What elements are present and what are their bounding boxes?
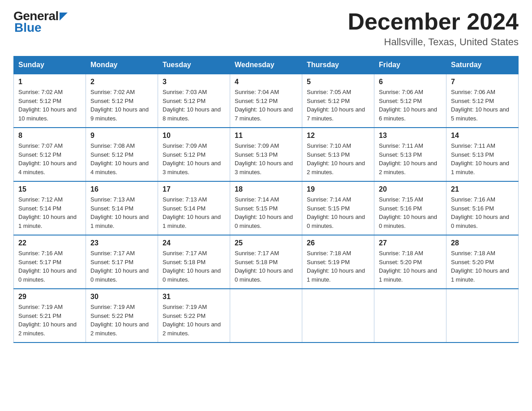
- day-info: Sunrise: 7:17 AMSunset: 5:17 PMDaylight:…: [90, 249, 153, 284]
- calendar-header-row: SundayMondayTuesdayWednesdayThursdayFrid…: [14, 56, 519, 74]
- day-info: Sunrise: 7:02 AMSunset: 5:12 PMDaylight:…: [18, 88, 81, 123]
- calendar-cell: [230, 289, 302, 342]
- calendar-header-tuesday: Tuesday: [158, 56, 230, 74]
- calendar-cell: 2 Sunrise: 7:02 AMSunset: 5:12 PMDayligh…: [86, 74, 158, 128]
- calendar-cell: 29 Sunrise: 7:19 AMSunset: 5:21 PMDaylig…: [14, 289, 86, 342]
- calendar-cell: 8 Sunrise: 7:07 AMSunset: 5:12 PMDayligh…: [14, 128, 86, 181]
- day-info: Sunrise: 7:19 AMSunset: 5:21 PMDaylight:…: [18, 303, 81, 338]
- day-number: 2: [90, 78, 153, 86]
- calendar-cell: 25 Sunrise: 7:17 AMSunset: 5:18 PMDaylig…: [230, 235, 302, 289]
- day-info: Sunrise: 7:07 AMSunset: 5:12 PMDaylight:…: [18, 141, 81, 176]
- day-info: Sunrise: 7:06 AMSunset: 5:12 PMDaylight:…: [379, 88, 442, 123]
- day-number: 14: [451, 132, 514, 140]
- calendar-cell: 13 Sunrise: 7:11 AMSunset: 5:13 PMDaylig…: [374, 128, 446, 181]
- day-number: 13: [379, 132, 442, 140]
- day-info: Sunrise: 7:18 AMSunset: 5:19 PMDaylight:…: [307, 249, 369, 284]
- calendar-cell: 21 Sunrise: 7:16 AMSunset: 5:16 PMDaylig…: [446, 181, 519, 235]
- calendar-week-row: 29 Sunrise: 7:19 AMSunset: 5:21 PMDaylig…: [14, 289, 519, 342]
- day-number: 30: [90, 293, 153, 301]
- calendar-cell: 6 Sunrise: 7:06 AMSunset: 5:12 PMDayligh…: [374, 74, 446, 128]
- calendar-cell: 26 Sunrise: 7:18 AMSunset: 5:19 PMDaylig…: [302, 235, 374, 289]
- day-info: Sunrise: 7:16 AMSunset: 5:17 PMDaylight:…: [18, 249, 81, 284]
- logo-blue-text: Blue: [13, 21, 42, 35]
- day-info: Sunrise: 7:16 AMSunset: 5:16 PMDaylight:…: [451, 195, 514, 230]
- calendar-cell: [446, 289, 519, 342]
- day-number: 26: [307, 239, 369, 247]
- day-info: Sunrise: 7:15 AMSunset: 5:16 PMDaylight:…: [379, 195, 442, 230]
- calendar-cell: 20 Sunrise: 7:15 AMSunset: 5:16 PMDaylig…: [374, 181, 446, 235]
- calendar-cell: 15 Sunrise: 7:12 AMSunset: 5:14 PMDaylig…: [14, 181, 86, 235]
- day-info: Sunrise: 7:09 AMSunset: 5:13 PMDaylight:…: [235, 141, 297, 176]
- calendar-cell: 28 Sunrise: 7:18 AMSunset: 5:20 PMDaylig…: [446, 235, 519, 289]
- day-number: 17: [163, 185, 225, 193]
- day-number: 15: [18, 185, 81, 193]
- calendar-cell: 4 Sunrise: 7:04 AMSunset: 5:12 PMDayligh…: [230, 74, 302, 128]
- calendar-cell: 30 Sunrise: 7:19 AMSunset: 5:22 PMDaylig…: [86, 289, 158, 342]
- month-title: December 2024: [348, 9, 519, 34]
- calendar-cell: 27 Sunrise: 7:18 AMSunset: 5:20 PMDaylig…: [374, 235, 446, 289]
- calendar-cell: 9 Sunrise: 7:08 AMSunset: 5:12 PMDayligh…: [86, 128, 158, 181]
- day-number: 18: [235, 185, 297, 193]
- calendar-week-row: 15 Sunrise: 7:12 AMSunset: 5:14 PMDaylig…: [14, 181, 519, 235]
- day-number: 21: [451, 185, 514, 193]
- calendar-table: SundayMondayTuesdayWednesdayThursdayFrid…: [13, 56, 519, 343]
- day-info: Sunrise: 7:02 AMSunset: 5:12 PMDaylight:…: [90, 88, 153, 123]
- calendar-header-thursday: Thursday: [302, 56, 374, 74]
- calendar-cell: 12 Sunrise: 7:10 AMSunset: 5:13 PMDaylig…: [302, 128, 374, 181]
- day-number: 10: [163, 132, 225, 140]
- day-number: 3: [163, 78, 225, 86]
- calendar-cell: 14 Sunrise: 7:11 AMSunset: 5:13 PMDaylig…: [446, 128, 519, 181]
- day-number: 23: [90, 239, 153, 247]
- logo: General Blue: [13, 9, 68, 35]
- day-info: Sunrise: 7:18 AMSunset: 5:20 PMDaylight:…: [379, 249, 442, 284]
- day-number: 1: [18, 78, 81, 86]
- calendar-cell: 10 Sunrise: 7:09 AMSunset: 5:12 PMDaylig…: [158, 128, 230, 181]
- title-block: December 2024 Hallsville, Texas, United …: [348, 9, 519, 48]
- day-number: 28: [451, 239, 514, 247]
- calendar-cell: 18 Sunrise: 7:14 AMSunset: 5:15 PMDaylig…: [230, 181, 302, 235]
- day-number: 11: [235, 132, 297, 140]
- day-number: 20: [379, 185, 442, 193]
- day-number: 9: [90, 132, 153, 140]
- day-info: Sunrise: 7:03 AMSunset: 5:12 PMDaylight:…: [163, 88, 225, 123]
- day-number: 29: [18, 293, 81, 301]
- calendar-cell: [302, 289, 374, 342]
- calendar-cell: 17 Sunrise: 7:13 AMSunset: 5:14 PMDaylig…: [158, 181, 230, 235]
- calendar-cell: 11 Sunrise: 7:09 AMSunset: 5:13 PMDaylig…: [230, 128, 302, 181]
- day-info: Sunrise: 7:10 AMSunset: 5:13 PMDaylight:…: [307, 141, 369, 176]
- calendar-cell: 19 Sunrise: 7:14 AMSunset: 5:15 PMDaylig…: [302, 181, 374, 235]
- calendar-cell: 3 Sunrise: 7:03 AMSunset: 5:12 PMDayligh…: [158, 74, 230, 128]
- svg-marker-0: [60, 13, 68, 21]
- day-info: Sunrise: 7:11 AMSunset: 5:13 PMDaylight:…: [451, 141, 514, 176]
- day-info: Sunrise: 7:04 AMSunset: 5:12 PMDaylight:…: [235, 88, 297, 123]
- location-title: Hallsville, Texas, United States: [348, 36, 519, 48]
- calendar-cell: 24 Sunrise: 7:17 AMSunset: 5:18 PMDaylig…: [158, 235, 230, 289]
- day-info: Sunrise: 7:11 AMSunset: 5:13 PMDaylight:…: [379, 141, 442, 176]
- day-info: Sunrise: 7:13 AMSunset: 5:14 PMDaylight:…: [90, 195, 153, 230]
- day-info: Sunrise: 7:14 AMSunset: 5:15 PMDaylight:…: [307, 195, 369, 230]
- calendar-header-sunday: Sunday: [14, 56, 86, 74]
- calendar-cell: 7 Sunrise: 7:06 AMSunset: 5:12 PMDayligh…: [446, 74, 519, 128]
- day-number: 31: [163, 293, 225, 301]
- calendar-week-row: 1 Sunrise: 7:02 AMSunset: 5:12 PMDayligh…: [14, 74, 519, 128]
- day-info: Sunrise: 7:09 AMSunset: 5:12 PMDaylight:…: [163, 141, 225, 176]
- calendar-cell: [374, 289, 446, 342]
- logo-triangle-icon: [60, 13, 68, 21]
- calendar-header-monday: Monday: [86, 56, 158, 74]
- day-info: Sunrise: 7:17 AMSunset: 5:18 PMDaylight:…: [163, 249, 225, 284]
- day-number: 6: [379, 78, 442, 86]
- day-number: 25: [235, 239, 297, 247]
- day-info: Sunrise: 7:19 AMSunset: 5:22 PMDaylight:…: [90, 303, 153, 338]
- day-number: 24: [163, 239, 225, 247]
- calendar-cell: 31 Sunrise: 7:19 AMSunset: 5:22 PMDaylig…: [158, 289, 230, 342]
- day-number: 19: [307, 185, 369, 193]
- calendar-cell: 16 Sunrise: 7:13 AMSunset: 5:14 PMDaylig…: [86, 181, 158, 235]
- day-number: 16: [90, 185, 153, 193]
- day-info: Sunrise: 7:13 AMSunset: 5:14 PMDaylight:…: [163, 195, 225, 230]
- calendar-cell: 22 Sunrise: 7:16 AMSunset: 5:17 PMDaylig…: [14, 235, 86, 289]
- day-number: 5: [307, 78, 369, 86]
- day-info: Sunrise: 7:12 AMSunset: 5:14 PMDaylight:…: [18, 195, 81, 230]
- day-number: 27: [379, 239, 442, 247]
- page-header: General Blue December 2024 Hallsville, T…: [13, 9, 519, 48]
- calendar-cell: 5 Sunrise: 7:05 AMSunset: 5:12 PMDayligh…: [302, 74, 374, 128]
